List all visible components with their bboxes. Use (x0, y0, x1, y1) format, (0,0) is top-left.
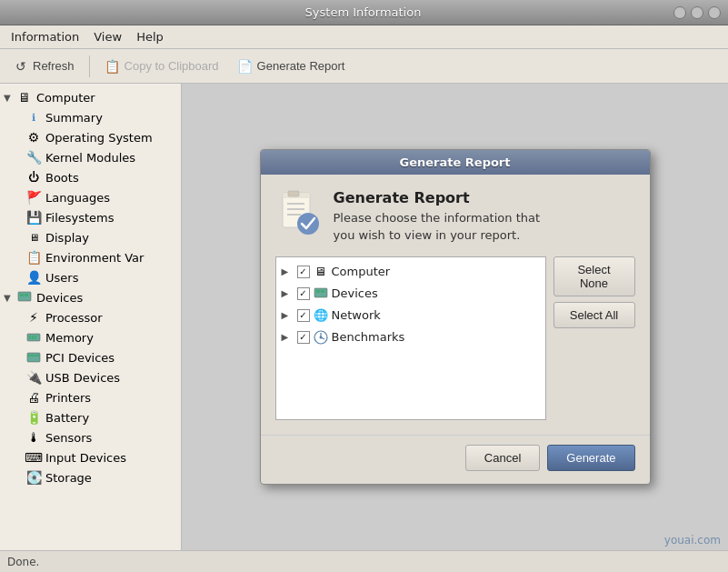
processor-icon: ⚡ (25, 309, 42, 326)
svg-rect-7 (27, 353, 40, 362)
checkbox-devices[interactable]: ✓ (297, 287, 310, 300)
arrow-icon: ▼ (4, 293, 16, 303)
svg-rect-6 (35, 336, 36, 339)
sidebar-item-users[interactable]: 👤 Users (0, 267, 181, 287)
toolbar: ↺ Refresh 📋 Copy to Clipboard 📄 Generate… (0, 49, 728, 84)
checkbox-network[interactable]: ✓ (297, 309, 310, 322)
menu-bar: Information View Help (0, 25, 728, 49)
kernel-icon: 🔧 (25, 149, 42, 166)
dialog-desc-line1: Please choose the information that (334, 210, 541, 226)
main-area: ▼ 🖥 Computer ℹ Summary ⚙ Operating Syste… (0, 84, 728, 550)
svg-rect-1 (20, 294, 24, 296)
dialog-heading: Generate Report (334, 189, 541, 206)
dialog-tree-item-devices[interactable]: ▶ ✓ Devices (280, 283, 542, 305)
refresh-icon: ↺ (13, 58, 29, 75)
content-area: Generate Report (182, 84, 728, 550)
summary-icon: ℹ (25, 109, 42, 125)
sensors-icon: 🌡 (25, 429, 42, 446)
generate-button[interactable]: Generate (547, 445, 634, 471)
modal-overlay: Generate Report (182, 84, 728, 550)
toolbar-separator (89, 55, 90, 77)
network-tree-icon: 🌐 (313, 307, 329, 324)
sidebar-item-kernel-modules[interactable]: 🔧 Kernel Modules (0, 147, 181, 167)
boots-icon: ⏻ (25, 169, 42, 186)
status-bar: Done. (0, 550, 728, 572)
clipboard-icon: 📋 (105, 58, 121, 75)
menu-information[interactable]: Information (4, 28, 86, 45)
users-icon: 👤 (25, 269, 42, 286)
sidebar-item-summary[interactable]: ℹ Summary (0, 107, 181, 127)
menu-help[interactable]: Help (129, 28, 171, 45)
devices-icon (16, 289, 33, 306)
title-bar: System Information (0, 0, 728, 25)
select-none-button[interactable]: Select None (553, 256, 635, 296)
dialog-title: Generate Report (400, 156, 511, 169)
expand-arrow-network[interactable]: ▶ (282, 310, 294, 320)
svg-point-22 (319, 336, 322, 338)
sidebar-item-input-devices[interactable]: ⌨ Input Devices (0, 447, 181, 467)
svg-rect-5 (32, 336, 34, 339)
envvar-icon: 📋 (25, 249, 42, 266)
dialog-tree: ▶ ✓ 🖥 Computer ▶ ✓ (275, 256, 546, 420)
svg-rect-18 (321, 290, 324, 293)
sidebar-item-storage[interactable]: 💽 Storage (0, 467, 181, 487)
sidebar-item-devices[interactable]: ▼ Devices (0, 287, 181, 307)
dialog-content: Generate Report Please choose the inform… (261, 175, 650, 434)
svg-rect-4 (29, 336, 31, 339)
copy-to-clipboard-button[interactable]: 📋 Copy to Clipboard (97, 55, 226, 77)
pci-icon (25, 349, 42, 366)
svg-point-15 (297, 213, 319, 235)
sidebar: ▼ 🖥 Computer ℹ Summary ⚙ Operating Syste… (0, 84, 182, 550)
svg-rect-8 (28, 355, 39, 356)
select-all-button[interactable]: Select All (553, 302, 635, 328)
minimize-button[interactable] (691, 6, 703, 19)
dialog-footer: Cancel Generate (261, 435, 650, 484)
dialog-tree-item-computer[interactable]: ▶ ✓ 🖥 Computer (280, 261, 542, 283)
dialog-tree-item-benchmarks[interactable]: ▶ ✓ Benchmarks (280, 326, 542, 348)
sidebar-item-processor[interactable]: ⚡ Processor (0, 307, 181, 327)
sidebar-item-env-var[interactable]: 📋 Environment Var (0, 247, 181, 267)
sidebar-item-pci-devices[interactable]: PCI Devices (0, 347, 181, 367)
sidebar-item-memory[interactable]: Memory (0, 327, 181, 347)
expand-arrow-devices[interactable]: ▶ (282, 288, 294, 298)
dialog-desc-line2: you wish to view in your report. (334, 227, 541, 244)
benchmarks-tree-icon (313, 329, 329, 346)
dialog-side-buttons: Select None Select All (553, 256, 635, 420)
expand-arrow-computer[interactable]: ▶ (282, 266, 294, 276)
display-icon: 🖥 (25, 229, 42, 246)
sidebar-item-os[interactable]: ⚙ Operating System (0, 127, 181, 147)
storage-icon: 💽 (25, 469, 42, 486)
sidebar-item-languages[interactable]: 🚩 Languages (0, 187, 181, 207)
generate-report-dialog: Generate Report (260, 149, 651, 484)
sidebar-item-computer[interactable]: ▼ 🖥 Computer (0, 87, 181, 107)
menu-view[interactable]: View (86, 28, 129, 45)
printers-icon: 🖨 (25, 389, 42, 406)
cancel-button[interactable]: Cancel (465, 445, 540, 471)
languages-icon: 🚩 (25, 189, 42, 206)
generate-report-button[interactable]: 📄 Generate Report (230, 55, 353, 77)
sidebar-item-filesystems[interactable]: 💾 Filesystems (0, 207, 181, 227)
computer-icon: 🖥 (16, 89, 33, 105)
sidebar-item-boots[interactable]: ⏻ Boots (0, 167, 181, 187)
svg-rect-14 (288, 191, 299, 196)
sidebar-item-sensors[interactable]: 🌡 Sensors (0, 427, 181, 447)
battery-icon: 🔋 (25, 409, 42, 426)
checkbox-benchmarks[interactable]: ✓ (297, 331, 310, 344)
usb-icon: 🔌 (25, 369, 42, 386)
refresh-button[interactable]: ↺ Refresh (5, 55, 82, 77)
input-icon: ⌨ (25, 449, 42, 466)
dialog-body: ▶ ✓ 🖥 Computer ▶ ✓ (275, 256, 635, 420)
expand-arrow-benchmarks[interactable]: ▶ (282, 332, 294, 342)
sidebar-item-printers[interactable]: 🖨 Printers (0, 387, 181, 407)
window-title: System Information (53, 5, 673, 19)
checkbox-computer[interactable]: ✓ (297, 266, 310, 278)
close-button[interactable] (673, 6, 686, 19)
filesystems-icon: 💾 (25, 209, 42, 226)
sidebar-item-usb-devices[interactable]: 🔌 USB Devices (0, 367, 181, 387)
sidebar-item-display[interactable]: 🖥 Display (0, 227, 181, 247)
svg-rect-17 (316, 290, 320, 293)
dialog-header-icon (275, 189, 323, 236)
dialog-tree-item-network[interactable]: ▶ ✓ 🌐 Network (280, 305, 542, 326)
sidebar-item-battery[interactable]: 🔋 Battery (0, 407, 181, 427)
maximize-button[interactable] (708, 6, 721, 19)
